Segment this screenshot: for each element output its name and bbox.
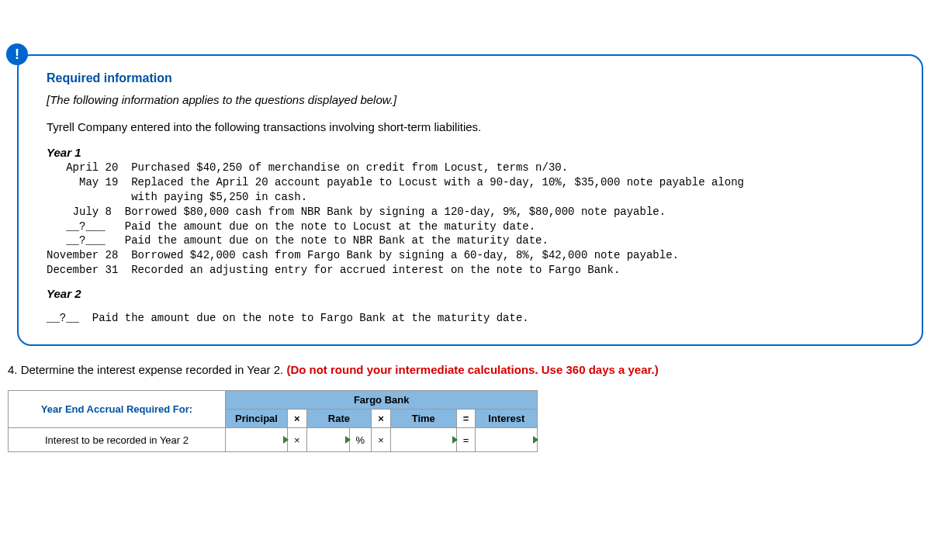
op-times-header-1: × — [288, 410, 307, 428]
applies-line: [The following information applies to th… — [47, 93, 903, 106]
year1-label: Year 1 — [47, 146, 903, 159]
info-icon-glyph: ! — [15, 47, 19, 63]
fargo-header: Fargo Bank — [226, 391, 538, 410]
rate-cell — [306, 428, 349, 452]
time-cell — [390, 428, 456, 452]
dropdown-arrow-icon[interactable] — [452, 436, 458, 444]
intro-line: Tyrell Company entered into the followin… — [47, 120, 903, 133]
year1-transactions: April 20 Purchased $40,250 of merchandis… — [47, 161, 903, 278]
interest-cell — [476, 428, 538, 452]
col-time: Time — [390, 410, 456, 428]
col-principal: Principal — [226, 410, 288, 428]
year2-transactions: __?__ Paid the amount due on the note to… — [47, 311, 903, 326]
op-times-2: × — [372, 428, 391, 452]
info-icon: ! — [6, 43, 28, 65]
info-panel: Required information [The following info… — [17, 54, 923, 346]
op-eq-1: = — [456, 428, 476, 452]
required-heading: Required information — [47, 71, 903, 85]
question-text: Determine the interest expense recorded … — [18, 363, 287, 376]
dropdown-arrow-icon[interactable] — [283, 436, 289, 444]
principal-input[interactable] — [232, 431, 281, 448]
interest-input[interactable] — [482, 431, 531, 448]
col-interest: Interest — [476, 410, 538, 428]
op-eq-header: = — [456, 410, 476, 428]
op-times-header-2: × — [372, 410, 391, 428]
pct-label: % — [349, 428, 372, 452]
row-interest-label: Interest to be recorded in Year 2 — [9, 428, 226, 452]
question-instruction: (Do not round your intermediate calculat… — [286, 363, 658, 376]
accrual-header: Year End Accrual Required For: — [9, 391, 226, 428]
dropdown-arrow-icon[interactable] — [533, 436, 538, 444]
question-line: 4. Determine the interest expense record… — [8, 363, 923, 376]
calc-table: Year End Accrual Required For: Fargo Ban… — [8, 390, 538, 452]
question-number: 4. — [8, 363, 18, 376]
op-times-1: × — [288, 428, 307, 452]
rate-input[interactable] — [313, 431, 343, 448]
year2-label: Year 2 — [47, 287, 903, 300]
col-rate: Rate — [306, 410, 372, 428]
dropdown-arrow-icon[interactable] — [345, 436, 351, 444]
principal-cell — [226, 428, 288, 452]
time-input[interactable] — [397, 431, 450, 448]
